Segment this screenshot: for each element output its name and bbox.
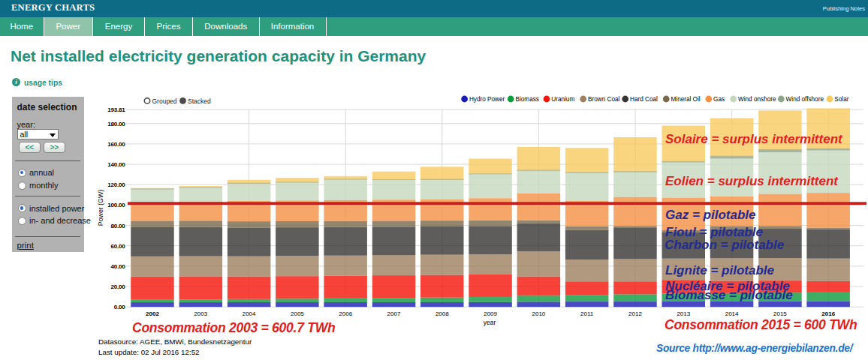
svg-text:Uranium: Uranium — [551, 96, 574, 103]
svg-text:Solar: Solar — [834, 96, 848, 103]
svg-text:100.00: 100.00 — [107, 202, 125, 208]
svg-text:2014: 2014 — [725, 310, 739, 317]
svg-text:2005: 2005 — [291, 310, 304, 317]
svg-text:Consommation 2003 = 600.7 TWh: Consommation 2003 = 600.7 TWh — [132, 320, 336, 335]
svg-text:Hard Coal: Hard Coal — [630, 96, 658, 103]
svg-text:2010: 2010 — [532, 310, 546, 317]
svg-text:Datasource: AGEE, BMWi, Bundes: Datasource: AGEE, BMWi, Bundesnetzagentu… — [98, 338, 252, 346]
svg-text:180.00: 180.00 — [107, 121, 125, 128]
svg-text:Wind offshore: Wind offshore — [786, 96, 824, 103]
svg-text:80.00: 80.00 — [110, 223, 125, 230]
svg-text:160.00: 160.00 — [107, 141, 125, 148]
svg-text:Gaz = pilotable: Gaz = pilotable — [665, 208, 755, 222]
svg-text:Wind onshore: Wind onshore — [738, 96, 776, 103]
svg-text:2004: 2004 — [243, 310, 256, 317]
svg-text:40.00: 40.00 — [110, 263, 125, 270]
svg-text:20.00: 20.00 — [110, 284, 125, 290]
svg-text:140.00: 140.00 — [107, 161, 125, 168]
svg-text:Gas: Gas — [713, 96, 725, 103]
svg-text:120.00: 120.00 — [107, 182, 125, 188]
svg-text:Lignite = pilotable: Lignite = pilotable — [665, 263, 774, 278]
svg-text:60.00: 60.00 — [110, 243, 125, 250]
svg-text:Mineral Oil: Mineral Oil — [671, 96, 701, 103]
svg-text:2012: 2012 — [628, 310, 642, 317]
svg-text:2015: 2015 — [773, 310, 787, 317]
svg-text:2013: 2013 — [677, 310, 690, 317]
svg-text:Eolien = surplus intermittent: Eolien = surplus intermittent — [665, 174, 839, 188]
svg-text:0.00: 0.00 — [114, 304, 126, 310]
svg-text:Charbon = pilotable: Charbon = pilotable — [665, 238, 784, 252]
svg-text:2002: 2002 — [146, 310, 159, 317]
svg-text:Stacked: Stacked — [188, 98, 211, 105]
svg-text:Consommation 2015 = 600 TWh: Consommation 2015 = 600 TWh — [665, 317, 857, 332]
svg-text:2016: 2016 — [821, 310, 835, 317]
svg-text:Solaire = surplus intermittent: Solaire = surplus intermittent — [665, 132, 843, 146]
svg-text:2007: 2007 — [387, 310, 401, 317]
svg-text:Hydro Power: Hydro Power — [469, 96, 505, 103]
svg-text:193.81: 193.81 — [107, 106, 125, 113]
svg-text:Grouped: Grouped — [152, 98, 177, 105]
svg-text:2009: 2009 — [484, 310, 497, 317]
svg-text:2006: 2006 — [339, 310, 352, 317]
svg-text:year: year — [484, 319, 496, 326]
svg-text:Biomasse = pilotable: Biomasse = pilotable — [665, 288, 793, 302]
svg-text:Power (GW): Power (GW) — [97, 190, 104, 226]
svg-text:2011: 2011 — [580, 310, 594, 317]
svg-text:Brown Coal: Brown Coal — [588, 96, 620, 103]
svg-text:2008: 2008 — [436, 310, 449, 317]
svg-text:2003: 2003 — [194, 310, 207, 317]
svg-text:Last update: 02 Jul 2016 12:52: Last update: 02 Jul 2016 12:52 — [98, 348, 200, 356]
svg-text:Source http://www.ag-energiebi: Source http://www.ag-energiebilanzen.de/ — [656, 343, 854, 354]
svg-text:Biomass: Biomass — [516, 96, 539, 103]
